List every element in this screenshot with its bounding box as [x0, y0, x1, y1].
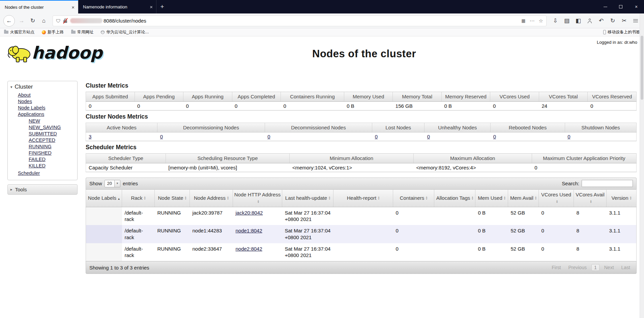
column-header-vcores-avail[interactable]: VCores Avail▴▾: [574, 189, 607, 207]
pagination-next[interactable]: Next: [602, 264, 617, 271]
sidebar-section-tools[interactable]: ▸ Tools: [7, 184, 78, 195]
save-to-toolbar-button[interactable]: ⇩: [550, 16, 560, 26]
sidebar-item-node-labels[interactable]: Node Labels: [18, 105, 45, 110]
cluster-nodes-metrics-heading: Cluster Nodes Metrics: [86, 113, 637, 120]
column-header-node-labels[interactable]: Node Labels▴: [86, 189, 122, 207]
metric-link[interactable]: 3: [89, 134, 91, 139]
vertical-scrollbar[interactable]: [640, 13, 644, 318]
undo-button[interactable]: ↶: [596, 16, 606, 26]
column-header-mem-avail[interactable]: Mem Avail▴▾: [508, 189, 539, 207]
library-button[interactable]: ▤: [562, 16, 572, 26]
cell-health-report: [333, 207, 393, 225]
back-button[interactable]: ←: [3, 15, 15, 27]
sidebar-item-scheduler[interactable]: Scheduler: [18, 170, 40, 176]
search-input[interactable]: [582, 180, 633, 187]
metric-link[interactable]: 0: [375, 134, 378, 139]
scrollbar-thumb[interactable]: [641, 36, 643, 100]
bookmark-item[interactable]: 常用网址: [71, 29, 93, 35]
column-header-apps-submitted: Apps Submitted: [86, 92, 135, 102]
column-header-last-health-update[interactable]: Last health-update▴▾: [282, 189, 333, 207]
sidebar-item-new[interactable]: NEW: [29, 118, 40, 124]
snip-button[interactable]: ✂: [619, 16, 629, 26]
insecure-lock-icon[interactable]: [63, 18, 68, 24]
cell-node-labels: [86, 225, 122, 243]
column-header-health-report[interactable]: Health-report▴▾: [333, 189, 393, 207]
node-http-link[interactable]: node1:8042: [236, 228, 262, 233]
metric-value: 0: [490, 101, 539, 110]
sidebar-item-accepted[interactable]: ACCEPTED: [29, 137, 55, 143]
sidebar-item-running[interactable]: RUNNING: [29, 144, 52, 149]
menu-button[interactable]: [631, 16, 641, 26]
maximize-button[interactable]: [613, 0, 628, 13]
column-header-node-state[interactable]: Node State▴▾: [155, 189, 190, 207]
metric-link[interactable]: 0: [493, 134, 496, 139]
sidebar-item-failed[interactable]: FAILED: [29, 157, 46, 162]
browser-tab-namenode-information[interactable]: Namenode information×: [78, 0, 156, 13]
new-tab-button[interactable]: +: [156, 0, 168, 13]
metric-value: 0: [532, 163, 636, 172]
sidebar-item-applications[interactable]: Applications: [18, 112, 44, 117]
browser-tab-nodes-of-the-cluster[interactable]: Nodes of the cluster×: [0, 0, 78, 13]
column-header-rack[interactable]: Rack▴▾: [122, 189, 155, 207]
pagination-first[interactable]: First: [549, 264, 563, 271]
column-header-node-address[interactable]: Node Address▴▾: [190, 189, 233, 207]
cell-vcores-used: 0: [539, 243, 574, 261]
sidebar-item-new-saving[interactable]: NEW_SAVING: [29, 125, 61, 130]
sidebar-item-finished[interactable]: FINISHED: [29, 150, 52, 156]
close-window-button[interactable]: ×: [628, 0, 644, 13]
sidebar-item-nodes[interactable]: Nodes: [18, 99, 32, 104]
pagination-last[interactable]: Last: [619, 264, 633, 271]
column-header-mem-used[interactable]: Mem Used▴▾: [475, 189, 508, 207]
column-header-containers[interactable]: Containers▴▾: [393, 189, 434, 207]
sidebar-toggle-button[interactable]: ◧: [573, 16, 583, 26]
sort-icon: ▴▾: [329, 196, 330, 200]
pagination-previous[interactable]: Previous: [565, 264, 589, 271]
sort-icon: ▴▾: [535, 196, 536, 200]
column-header-node-http-address[interactable]: Node HTTP Address▴▾: [233, 189, 282, 207]
column-header-apps-completed: Apps Completed: [232, 92, 281, 102]
bookmark-label: 新手上路: [48, 29, 64, 35]
home-button[interactable]: ⌂: [39, 16, 49, 26]
column-header-allocation-tags[interactable]: Allocation Tags▴▾: [434, 189, 475, 207]
close-tab-icon[interactable]: ×: [71, 4, 75, 10]
column-header-vcores-used: VCores Used: [490, 92, 539, 102]
mobile-bookmarks-item[interactable]: 移动设备上的书签: [603, 29, 640, 35]
cell-mem-used: 0 B: [475, 243, 508, 261]
column-header-decommissioning-nodes: Decommissioning Nodes: [157, 123, 265, 132]
sidebar-item-submitted[interactable]: SUBMITTED: [29, 131, 57, 136]
close-tab-icon[interactable]: ×: [150, 4, 153, 10]
node-http-link[interactable]: node2:8042: [236, 246, 262, 252]
restart-button[interactable]: ↻: [608, 16, 618, 26]
sidebar-section-cluster[interactable]: ▾ Cluster: [10, 83, 75, 92]
shield-icon[interactable]: 🛡: [56, 18, 61, 24]
sort-icon: ▴▾: [504, 196, 505, 200]
qr-code-icon[interactable]: ▦: [521, 18, 525, 23]
bookmark-item[interactable]: 火狐官方站点: [4, 29, 34, 35]
metric-link[interactable]: 0: [567, 134, 570, 139]
metric-link[interactable]: 0: [160, 134, 163, 139]
column-label: Node State: [158, 195, 183, 201]
forward-button[interactable]: →: [17, 16, 27, 26]
pagination-1[interactable]: 1: [591, 264, 599, 271]
sidebar-item-about[interactable]: About: [18, 92, 31, 98]
metric-link[interactable]: 0: [267, 134, 270, 139]
sort-icon: ▴▾: [630, 196, 632, 200]
page-actions-icon[interactable]: ⋯: [530, 18, 535, 24]
account-button[interactable]: [585, 16, 595, 26]
minimize-button[interactable]: [597, 0, 613, 13]
page-size-select[interactable]: 20 ▼: [105, 180, 120, 187]
node-http-link[interactable]: jack20:8042: [236, 210, 263, 216]
column-header-version[interactable]: Version▴▾: [607, 189, 637, 207]
reload-button[interactable]: ↻: [28, 16, 38, 26]
menu-icon: [633, 19, 638, 22]
sidebar-item-killed[interactable]: KILLED: [29, 163, 46, 168]
cell-mem-avail: 52 GB: [508, 225, 539, 243]
bookmark-star-icon[interactable]: ☆: [539, 18, 543, 24]
bookmark-item[interactable]: 华为云论坛_云计算论…: [101, 29, 149, 35]
browser-tab-bar: Nodes of the cluster×Namenode informatio…: [0, 0, 644, 13]
url-bar[interactable]: 🛡 8088/cluster/nodes ▦ ⋯ ☆: [53, 15, 547, 26]
sort-icon: ▴▾: [144, 196, 146, 200]
bookmark-item[interactable]: 新手上路: [42, 29, 64, 35]
metric-link[interactable]: 0: [427, 134, 430, 139]
column-header-vcores-used[interactable]: VCores Used▴▾: [539, 189, 574, 207]
